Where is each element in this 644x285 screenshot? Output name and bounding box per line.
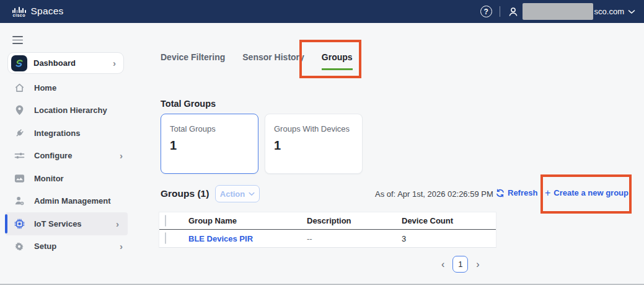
- sidebar-item-label: Integrations: [34, 129, 123, 138]
- page-number-current[interactable]: 1: [452, 256, 468, 273]
- chevron-right-icon: ›: [113, 58, 116, 68]
- card-total-groups[interactable]: Total Groups 1: [161, 114, 258, 174]
- sidebar-item-label: Admin Management: [34, 196, 123, 206]
- tab-groups[interactable]: Groups: [322, 52, 353, 70]
- chevron-down-icon: [628, 9, 635, 14]
- as-of-timestamp: As of: Apr 1st, 2026 02:26:59 PM: [375, 189, 493, 199]
- group-name-link[interactable]: BLE Devices PIR: [188, 234, 253, 243]
- user-icon: [508, 6, 519, 17]
- sidebar-item-location-hierarchy[interactable]: Location Hierarchy: [0, 99, 131, 122]
- chevron-right-icon: ›: [116, 219, 119, 228]
- create-new-group-button[interactable]: + Create a new group: [545, 188, 629, 197]
- chevron-right-icon: ›: [120, 242, 123, 251]
- card-label: Total Groups: [170, 124, 249, 133]
- card-value: 1: [274, 138, 353, 153]
- sidebar-item-integrations[interactable]: Integrations: [0, 122, 131, 145]
- location-pin-icon: [14, 105, 25, 116]
- help-icon[interactable]: ?: [480, 6, 492, 17]
- redacted-email-box: [523, 3, 593, 20]
- summary-cards: Total Groups 1 Groups With Devices 1: [161, 114, 363, 174]
- top-header-bar: cisco Spaces ? sco.com: [0, 0, 644, 23]
- cisco-logo-icon: cisco: [12, 7, 26, 17]
- refresh-label: Refresh: [508, 188, 537, 197]
- account-menu[interactable]: sco.com: [508, 3, 635, 20]
- plus-icon: +: [545, 189, 550, 197]
- group-device-count: 3: [402, 234, 495, 243]
- sidebar-item-configure[interactable]: Configure ›: [0, 145, 131, 168]
- account-email-fragment: sco.com: [594, 7, 624, 16]
- groups-table: Group Name Description Device Count BLE …: [159, 212, 496, 248]
- tab-sensor-history[interactable]: Sensor History: [242, 52, 304, 70]
- card-value: 1: [170, 138, 249, 153]
- monitor-icon: [14, 173, 25, 184]
- sidebar-item-iot-services[interactable]: IoT Services ›: [5, 212, 128, 235]
- row-checkbox[interactable]: [165, 232, 166, 244]
- sidebar-item-setup[interactable]: Setup ›: [0, 235, 131, 258]
- cisco-logo-word: cisco: [13, 13, 25, 17]
- sidebar-item-label: IoT Services: [34, 219, 107, 228]
- chip-icon: [14, 218, 25, 229]
- select-all-checkbox[interactable]: [165, 215, 166, 227]
- admin-user-icon: [14, 196, 25, 207]
- section-title: Total Groups: [161, 99, 216, 109]
- sidebar-item-monitor[interactable]: Monitor: [0, 167, 131, 190]
- sidebar-item-label: Monitor: [34, 174, 123, 183]
- sidebar-item-dashboard[interactable]: Dashboard ›: [7, 52, 124, 74]
- gear-icon: [14, 241, 25, 252]
- refresh-button[interactable]: Refresh: [496, 188, 537, 197]
- column-header-description: Description: [307, 216, 402, 225]
- cisco-logo-bars: [12, 7, 26, 13]
- sliders-icon: [14, 150, 25, 161]
- sidebar-item-home[interactable]: Home: [0, 76, 131, 99]
- app-title: Spaces: [31, 6, 64, 17]
- group-description: --: [307, 234, 402, 243]
- chevron-right-icon: ›: [120, 151, 123, 160]
- page-prev-icon[interactable]: ‹: [441, 260, 444, 269]
- column-header-device-count: Device Count: [402, 216, 495, 225]
- page-next-icon[interactable]: ›: [476, 260, 479, 269]
- create-new-group-label: Create a new group: [554, 188, 629, 197]
- sidebar-item-admin-management[interactable]: Admin Management: [0, 190, 131, 213]
- action-button-label: Action: [220, 189, 245, 199]
- header-divider: [500, 6, 500, 17]
- table-header-row: Group Name Description Device Count: [159, 212, 496, 230]
- card-groups-with-devices[interactable]: Groups With Devices 1: [265, 114, 363, 174]
- brand: cisco Spaces: [12, 6, 63, 17]
- pagination: ‹ 1 ›: [441, 256, 480, 273]
- sidebar-nav: Home Location Hierarchy Integrations Con…: [0, 76, 131, 258]
- action-dropdown-button[interactable]: Action: [215, 185, 260, 202]
- sidebar-item-label: Dashboard: [33, 58, 107, 68]
- sidebar-item-label: Setup: [34, 242, 110, 251]
- plug-icon: [14, 127, 25, 138]
- column-header-group-name: Group Name: [188, 216, 307, 225]
- home-icon: [14, 82, 25, 93]
- chevron-down-icon: [249, 192, 255, 196]
- sidebar-item-label: Configure: [34, 151, 110, 160]
- content-tabs: Device Filtering Sensor History Groups: [161, 52, 353, 70]
- spaces-dashboard-logo-icon: [11, 55, 27, 71]
- table-row: BLE Devices PIR -- 3: [159, 230, 496, 247]
- refresh-icon: [496, 189, 505, 197]
- groups-list-title: Groups (1): [161, 188, 209, 199]
- card-label: Groups With Devices: [274, 124, 353, 133]
- tab-device-filtering[interactable]: Device Filtering: [161, 52, 225, 70]
- sidebar-item-label: Location Hierarchy: [34, 106, 123, 115]
- menu-hamburger-icon[interactable]: [12, 34, 23, 46]
- sidebar-item-label: Home: [34, 83, 123, 93]
